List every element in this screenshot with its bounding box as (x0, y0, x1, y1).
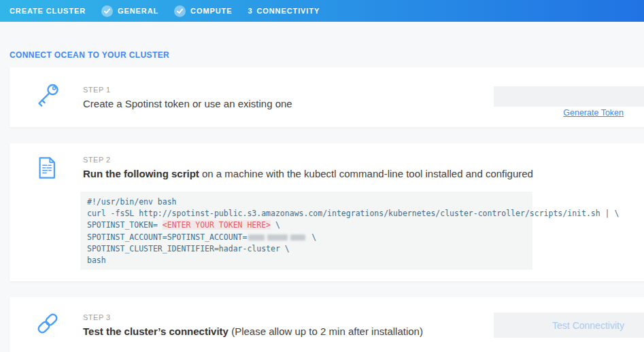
step2-card: STEP 2 Run the following script on a mac… (10, 143, 644, 281)
install-script-code-block[interactable]: #!/usr/bin/env bash curl -fsSL http://sp… (80, 192, 532, 270)
redacted-account-value (248, 234, 265, 241)
key-icon (35, 82, 60, 111)
code-line-identifier: SPOTINST_CLUSTER_IDENTIFIER=hadar-cluste… (87, 243, 526, 255)
step3-card: STEP 3 Test the cluster’s connectivity (… (10, 297, 644, 352)
step2-text-rest: on a machine with the kubectl command-li… (199, 168, 533, 179)
redacted-account-value (267, 234, 288, 241)
wizard-step-number: 3 (248, 7, 252, 15)
step2-text-bold: Run the following script (83, 168, 199, 179)
check-icon (101, 5, 113, 17)
step3-text-bold: Test the cluster’s connectivity (83, 325, 228, 337)
step1-text: Create a Spotinst token or use an existi… (83, 98, 292, 109)
code-line-token: SPOTINST_TOKEN= <ENTER YOUR TOKEN HERE> … (87, 219, 526, 231)
wizard-step-label: COMPUTE (190, 7, 232, 15)
code-line-shebang: #!/usr/bin/env bash (87, 196, 526, 208)
step2-text: Run the following script on a machine wi… (83, 168, 533, 179)
script-document-icon (35, 155, 58, 183)
redacted-account-value (290, 234, 305, 241)
check-icon (174, 5, 186, 17)
code-line-curl: curl -fsSL http://spotinst-public.s3.ama… (87, 208, 526, 219)
step2-label: STEP 2 (83, 156, 111, 164)
token-placeholder: <ENTER YOUR TOKEN HERE> (163, 220, 271, 230)
spotinst-token-input[interactable] (494, 86, 644, 107)
wizard-step-connectivity[interactable]: 3 CONNECTIVITY (248, 7, 320, 15)
step1-label: STEP 1 (83, 86, 111, 94)
step3-text: Test the cluster’s connectivity (Please … (83, 325, 423, 337)
code-line-account: SPOTINST_ACCOUNT=SPOTINST_ACCOUNT= \ (87, 232, 526, 243)
wizard-step-general[interactable]: GENERAL (101, 5, 158, 17)
step3-text-rest: (Please allow up to 2 min after installa… (228, 325, 423, 337)
wizard-step-label: GENERAL (118, 7, 158, 15)
wizard-step-compute[interactable]: COMPUTE (174, 5, 232, 17)
wizard-title: CREATE CLUSTER (10, 7, 86, 15)
chain-link-icon (35, 311, 60, 339)
wizard-step-label: CONNECTIVITY (256, 7, 320, 15)
step1-card: STEP 1 Create a Spotinst token or use an… (10, 67, 644, 127)
code-line-bash: bash (87, 255, 526, 266)
test-connectivity-button[interactable]: Test Connectivity (494, 313, 644, 338)
wizard-topbar: CREATE CLUSTER GENERAL COMPUTE 3 CONNECT… (0, 0, 644, 22)
generate-token-link[interactable]: Generate Token (563, 108, 624, 118)
page-title: CONNECT OCEAN TO YOUR CLUSTER (10, 50, 169, 60)
step3-label: STEP 3 (83, 313, 111, 321)
